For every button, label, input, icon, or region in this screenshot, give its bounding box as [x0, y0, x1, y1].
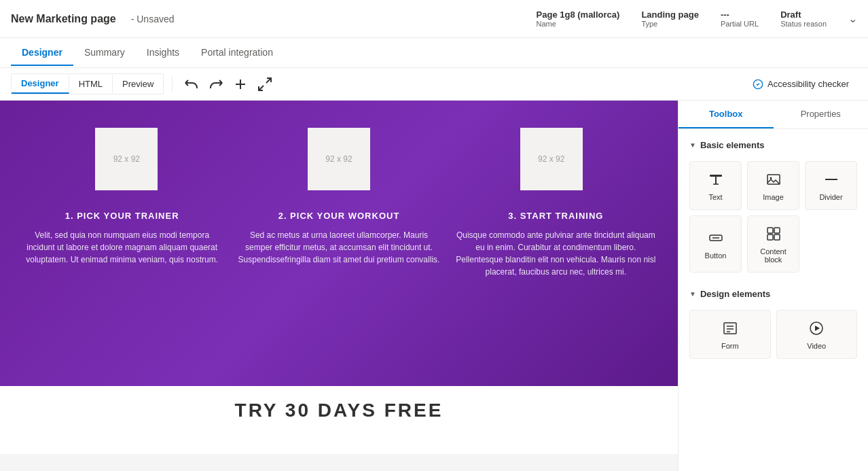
page-title: New Marketing page [11, 13, 116, 25]
image-placeholder-2: 92 x 92 [308, 128, 370, 190]
accessibility-checker-button[interactable]: Accessibility checker [744, 75, 857, 94]
canvas-area[interactable]: 92 x 92 92 x 92 92 x 92 1. PICK YOUR TRA… [0, 101, 678, 471]
toolbar-tab-html[interactable]: HTML [69, 75, 113, 93]
basic-elements-label: Basic elements [700, 140, 765, 150]
toolbar-tab-preview[interactable]: Preview [113, 75, 163, 93]
image-icon [764, 170, 783, 189]
panel-tab-properties[interactable]: Properties [774, 101, 869, 128]
nav-tab-summary[interactable]: Summary [73, 40, 136, 66]
svg-rect-5 [710, 175, 722, 177]
panel-content: ▼ Basic elements Text [679, 129, 868, 471]
toolbar-divider-1 [172, 76, 173, 92]
meta-url: --- Partial URL [721, 10, 759, 28]
divider-icon [822, 170, 841, 189]
toolbox-item-content-block[interactable]: Content block [747, 215, 799, 273]
toolbox-item-divider[interactable]: Divider [805, 161, 857, 210]
meta-name-label: Name [537, 20, 620, 28]
trainer-text-1: Velit, sed quia non numquam eius modi te… [20, 229, 223, 266]
white-section: TRY 30 DAYS FREE [0, 386, 678, 454]
meta-status-value: Draft [780, 10, 827, 20]
svg-rect-16 [774, 234, 780, 240]
trainers-grid: 1. PICK YOUR TRAINER Velit, sed quia non… [20, 211, 657, 278]
trainer-title-3: 3. START TRAINING [454, 211, 657, 221]
header-chevron-icon[interactable]: ⌄ [848, 12, 857, 25]
meta-type: Landing page Type [641, 10, 699, 28]
try-text: TRY 30 DAYS FREE [20, 400, 657, 421]
svg-marker-22 [815, 326, 820, 331]
divider-item-label: Divider [819, 193, 842, 201]
trainer-text-3: Quisque commodo ante pulvinar ante tinci… [454, 229, 657, 278]
svg-rect-14 [774, 228, 780, 233]
meta-status-label: Status reason [780, 20, 827, 28]
purple-section: 92 x 92 92 x 92 92 x 92 1. PICK YOUR TRA… [0, 101, 678, 386]
toolbox-item-text[interactable]: Text [689, 161, 742, 210]
add-button[interactable] [230, 73, 251, 95]
unsaved-indicator: - Unsaved [131, 14, 175, 24]
form-item-label: Form [721, 342, 739, 350]
design-elements-header[interactable]: ▼ Design elements [689, 289, 857, 299]
meta-type-value: Landing page [641, 10, 699, 20]
meta-type-label: Type [641, 20, 699, 28]
nav-tab-insights[interactable]: Insights [136, 40, 190, 66]
meta-name: Page 1g8 (mallorca) Name [537, 10, 620, 28]
button-icon [706, 228, 725, 247]
toolbar-tab-designer[interactable]: Designer [12, 74, 69, 94]
toolbox-item-image[interactable]: Image [747, 161, 799, 210]
image-placeholder-3: 92 x 92 [520, 128, 583, 190]
meta-name-value: Page 1g8 (mallorca) [537, 10, 620, 20]
expand-button[interactable] [254, 73, 276, 95]
button-item-label: Button [705, 251, 727, 260]
form-icon [721, 319, 740, 338]
basic-elements-grid: Text Image [689, 161, 857, 273]
text-icon [706, 170, 725, 189]
svg-rect-15 [767, 234, 773, 240]
nav-tab-designer[interactable]: Designer [11, 40, 73, 66]
text-item-label: Text [708, 193, 722, 201]
accessibility-icon [753, 79, 763, 90]
svg-line-2 [266, 78, 271, 83]
basic-elements-header[interactable]: ▼ Basic elements [689, 140, 857, 150]
content-block-icon [764, 224, 783, 243]
content-block-item-label: Content block [753, 247, 793, 264]
accessibility-label: Accessibility checker [767, 79, 849, 89]
redo-button[interactable] [205, 73, 227, 95]
trainer-text-2: Sed ac metus at urna laoreet ullamcorper… [237, 229, 440, 266]
trainer-col-2: 2. PICK YOUR WORKOUT Sed ac metus at urn… [237, 211, 440, 278]
video-icon [807, 319, 826, 338]
design-elements-chevron-icon: ▼ [689, 290, 696, 298]
header-meta: Page 1g8 (mallorca) Name Landing page Ty… [537, 10, 857, 28]
main-layout: 92 x 92 92 x 92 92 x 92 1. PICK YOUR TRA… [0, 101, 868, 471]
video-item-label: Video [807, 342, 826, 350]
right-panel: Toolbox Properties ▼ Basic elements [678, 101, 868, 471]
trainer-title-1: 1. PICK YOUR TRAINER [20, 211, 223, 221]
meta-url-label: Partial URL [721, 20, 759, 28]
undo-button[interactable] [181, 73, 202, 95]
image-item-label: Image [763, 193, 784, 201]
header: New Marketing page - Unsaved Page 1g8 (m… [0, 0, 868, 38]
trainer-title-2: 2. PICK YOUR WORKOUT [237, 211, 440, 221]
toolbox-item-video[interactable]: Video [776, 310, 858, 359]
panel-tabs: Toolbox Properties [679, 101, 868, 129]
design-elements-grid: Form Video [689, 310, 857, 359]
design-elements-label: Design elements [700, 289, 770, 299]
svg-rect-13 [767, 228, 773, 233]
panel-tab-toolbox[interactable]: Toolbox [679, 101, 774, 128]
basic-elements-chevron-icon: ▼ [689, 141, 696, 149]
nav-tabs: Designer Summary Insights Portal integra… [0, 38, 868, 68]
nav-tab-portal[interactable]: Portal integration [190, 40, 284, 66]
image-placeholders-row: 92 x 92 92 x 92 92 x 92 [20, 128, 657, 190]
toolbox-item-form[interactable]: Form [689, 310, 771, 359]
toolbar-view-tabs: Designer HTML Preview [11, 73, 164, 94]
toolbar: Designer HTML Preview Accessibility chec… [0, 68, 868, 101]
meta-status: Draft Status reason [780, 10, 827, 28]
svg-line-3 [259, 86, 264, 90]
image-placeholder-1: 92 x 92 [95, 128, 158, 190]
trainer-col-3: 3. START TRAINING Quisque commodo ante p… [454, 211, 657, 278]
toolbox-item-button[interactable]: Button [689, 215, 742, 273]
trainer-col-1: 1. PICK YOUR TRAINER Velit, sed quia non… [20, 211, 223, 278]
meta-url-value: --- [721, 10, 759, 20]
